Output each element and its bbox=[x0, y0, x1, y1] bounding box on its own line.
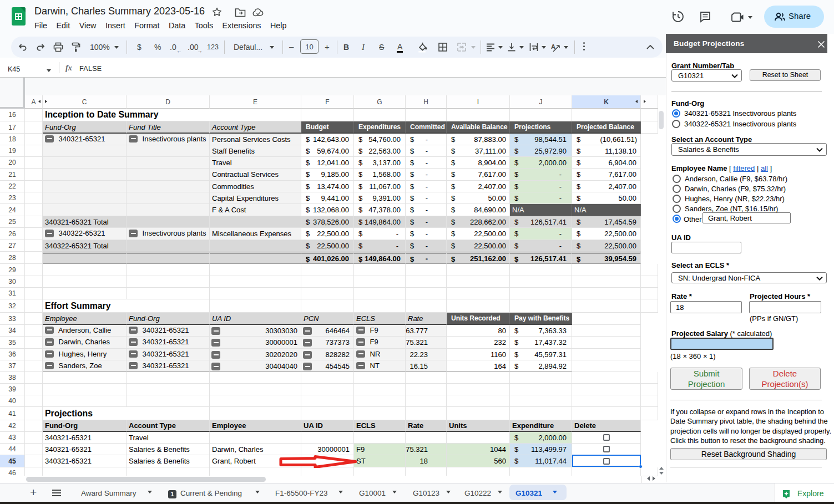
svg-text:A: A bbox=[551, 43, 555, 50]
